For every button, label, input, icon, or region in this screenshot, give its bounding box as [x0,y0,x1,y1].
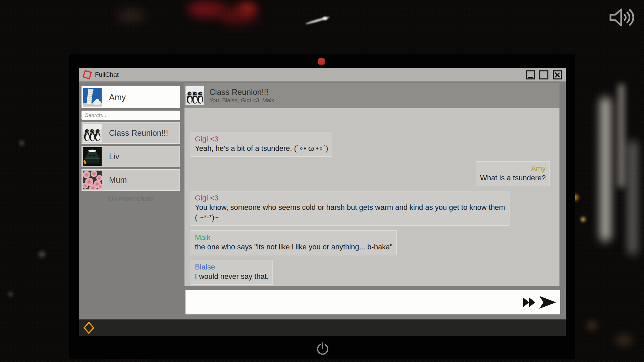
light-streak [619,84,624,188]
bokeh-warm [615,335,632,345]
chat-name: Mum [109,175,127,185]
bokeh-warm [587,322,597,329]
bokeh-dim [19,141,24,145]
light-streak [629,141,637,255]
message-list[interactable]: Gigi <3 Yeah, he's a bit of a tsundere. … [184,108,559,286]
game-scene: FullChat Amy [0,0,644,362]
bokeh-orange [581,217,585,222]
chat-header-text: Class Reunion!!! You, Blaise, Gigi <3, M… [209,87,274,104]
chat-avatar [83,147,102,166]
chat-message: Blaise I would never say that. [191,260,273,285]
light-streak [600,97,610,241]
chat-header-avatar [185,86,204,105]
profile-avatar [83,88,102,107]
message-input[interactable] [185,290,560,314]
chat-avatar [83,124,102,142]
orange-diamond-icon [83,322,95,334]
chat-name: Class Reunion!!! [109,128,168,138]
city-light-red [188,1,225,17]
sidebar-item-mum[interactable]: Mum [82,169,180,191]
close-button[interactable] [553,70,562,79]
chat-name: Liv [109,152,119,161]
fullchat-logo-icon [83,70,92,79]
sidebar-item-class-reunion[interactable]: Class Reunion!!! [82,122,180,144]
profile-card[interactable]: Amy [82,86,180,108]
no-more-chats-label: No more chats [82,195,180,203]
chat-title: Class Reunion!!! [209,87,274,97]
window-titlebar: FullChat [79,68,566,81]
message-text: Yeah, he's a bit of a tsundere. (´∘• ω •… [195,143,328,154]
monitor-screen: FullChat Amy [69,54,575,359]
message-text: the one who says "its not like i like yo… [195,242,392,252]
message-author: Blaise [195,262,269,272]
message-author: Gigi <3 [195,134,328,143]
message-author: Maik [195,233,392,242]
bokeh-dim [8,292,13,297]
search-input[interactable] [82,111,180,120]
message-input-bar [185,290,560,314]
message-text: You know, someone who seems cold or hars… [195,202,505,223]
sidebar-item-liv[interactable]: Liv [82,146,180,167]
taskbar [79,319,566,336]
maximize-button[interactable] [539,70,548,79]
fast-forward-icon [521,296,537,309]
power-button[interactable] [315,341,330,356]
webcam-light-icon [318,58,325,65]
chat-list: Class Reunion!!! Liv [82,122,180,191]
message-author: Amy [480,164,546,173]
minimize-button[interactable] [526,70,535,79]
window-controls [526,70,566,79]
profile-name: Amy [109,93,126,102]
send-icon [539,295,557,309]
bokeh-dim [39,251,45,257]
chat-header: Class Reunion!!! You, Blaise, Gigi <3, M… [184,83,559,108]
fullchat-window: FullChat Amy [79,68,566,319]
plane-streak-head [323,17,327,20]
fast-forward-button[interactable] [521,296,537,309]
message-text: What is a tsundere? [480,173,546,183]
send-button[interactable] [539,295,557,309]
taskbar-app-button[interactable] [83,322,95,334]
city-light-red [217,6,258,23]
plane-streak [306,16,330,25]
chat-members: You, Blaise, Gigi <3, Maik [209,97,274,104]
close-icon [554,71,561,78]
minimize-icon [528,77,533,78]
chat-message: Gigi <3 Yeah, he's a bit of a tsundere. … [191,132,332,157]
message-author: Gigi <3 [195,193,505,202]
chat-message: Amy What is a tsundere? [476,161,550,186]
chat-avatar [83,171,102,189]
message-text: I would never say that. [195,272,269,282]
volume-icon[interactable] [608,7,636,28]
chat-message: Maik the one who says "its not like i li… [191,230,397,255]
chat-message: Gigi <3 You know, someone who seems cold… [191,191,509,226]
city-light-dim [117,10,144,21]
city-light-red [239,3,256,14]
window-title: FullChat [95,71,119,78]
